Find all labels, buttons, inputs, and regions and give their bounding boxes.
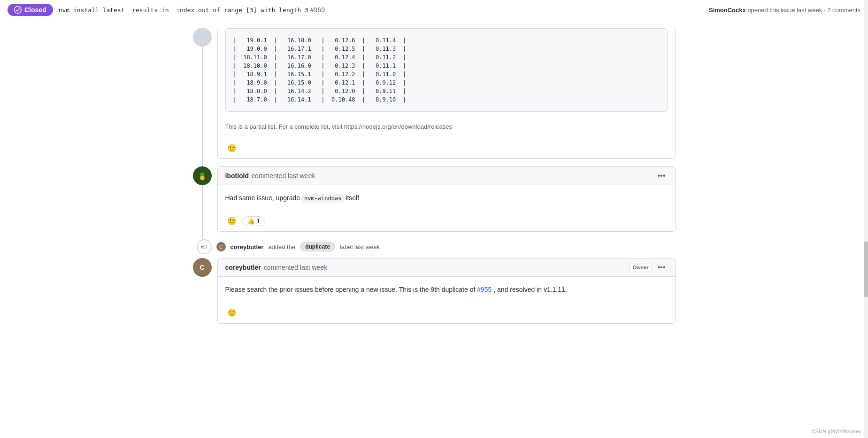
ibotlold-comment-header-left: ibotlold commented last week (225, 172, 315, 180)
page-wrapper: Closed nvm install latest results in ind… (0, 0, 868, 438)
ibotlold-comment-box: ibotlold commented last week ••• Had sam… (217, 166, 676, 232)
coreybutler-body-after-link: , and resolved in v1.1.11. (493, 286, 567, 293)
smiley-icon-2: 🙂 (227, 308, 237, 317)
label-event-icon: 🏷 (197, 239, 212, 254)
issue-title: nvm install latest results in index out … (59, 6, 703, 14)
first-comment-add-reaction-button[interactable]: 🙂 (225, 141, 238, 155)
coreybutler-avatar-text: C (200, 264, 204, 271)
partial-note: This is a partial list. For a complete l… (218, 119, 675, 138)
timeline: | 19.0.1 | 16.18.0 | 0.12.6 | 0.11.4 | |… (185, 28, 683, 324)
issue-title-code: nvm install latest results in index out … (59, 7, 308, 14)
ibotlold-thumbsup-reaction-button[interactable]: 👍 1 (242, 216, 265, 226)
issue-number: #969 (310, 6, 325, 14)
main-content: | 19.0.1 | 16.18.0 | 0.12.6 | 0.11.4 | |… (0, 20, 868, 438)
coreybutler-avatar: C (193, 258, 212, 277)
first-comment-box: | 19.0.1 | 16.18.0 | 0.12.6 | 0.11.4 | |… (217, 28, 676, 159)
ibotlold-comment-body: Had same issue, upgrade nvm-windows itse… (218, 185, 675, 211)
closed-label: Closed (24, 6, 46, 14)
closed-badge: Closed (8, 4, 53, 16)
coreybutler-body-before-link: Please search the prior issues before op… (225, 286, 476, 293)
thumbsup-emoji: 👍 (247, 218, 255, 225)
coreybutler-author-link[interactable]: coreybutler (225, 264, 261, 271)
ibotlold-reaction-bar: 🙂 👍 1 (218, 211, 675, 231)
tag-icon: 🏷 (201, 243, 207, 250)
first-comment-reaction-bar: 🙂 (218, 138, 675, 158)
thumbsup-count: 1 (257, 218, 260, 225)
label-event-action: added the (268, 243, 295, 250)
ibotlold-body-suffix: itself (346, 194, 359, 202)
ibotlold-body-text: Had same issue, upgrade (225, 194, 300, 202)
coreybutler-add-reaction-button[interactable]: 🙂 (225, 306, 238, 320)
coreybutler-comment-header-right: Owner ••• (629, 262, 667, 273)
first-comment-container: | 19.0.1 | 16.18.0 | 0.12.6 | 0.11.4 | |… (193, 28, 676, 159)
owner-badge: Owner (629, 264, 652, 271)
scrollbar-thumb[interactable] (864, 241, 868, 297)
coreybutler-more-options-button[interactable]: ••• (656, 262, 668, 273)
ibotlold-more-options-button[interactable]: ••• (656, 171, 668, 181)
ibotlold-comment-action: commented last week (252, 172, 315, 180)
ibotlold-comment-header-right: ••• (656, 171, 668, 181)
ibotlold-comment-header: ibotlold commented last week ••• (218, 167, 675, 185)
label-event-author: coreybutler (230, 243, 264, 250)
label-event-action-suffix: label last week (340, 243, 380, 250)
header-bar: Closed nvm install latest results in ind… (0, 0, 868, 20)
issue-meta-text: opened this issue last week · 2 comments (747, 7, 860, 14)
coreybutler-comment-container: C coreybutler commented last week Owner … (193, 258, 676, 323)
watermark: CSDN @W01fh4cker (812, 429, 860, 434)
coreybutler-comment-header-left: coreybutler commented last week (225, 264, 328, 271)
first-comment-avatar (193, 28, 212, 47)
code-table-content: | 19.0.1 | 16.18.0 | 0.12.6 | 0.11.4 | |… (226, 29, 667, 111)
ibotlold-avatar: 🍍 (193, 166, 212, 185)
code-block: | 19.0.1 | 16.18.0 | 0.12.6 | 0.11.4 | |… (225, 28, 668, 112)
ibotlold-code-snippet: nvm-windows (302, 194, 344, 203)
coreybutler-mini-avatar: C (216, 242, 226, 251)
coreybutler-mini-avatar-text: C (219, 244, 223, 250)
coreybutler-comment-body: Please search the prior issues before op… (218, 277, 675, 302)
check-icon (14, 6, 22, 14)
issue-author-link[interactable]: SimonCockx (709, 7, 746, 14)
timeline-label-event: 🏷 C coreybutler added the duplicate labe… (193, 239, 676, 254)
ibotlold-avatar-emoji: 🍍 (198, 172, 207, 180)
smiley-icon: 🙂 (227, 217, 237, 226)
coreybutler-comment-box: coreybutler commented last week Owner ••… (217, 258, 676, 323)
ibotlold-author-link[interactable]: ibotlold (225, 172, 249, 180)
ibotlold-comment-container: 🍍 ibotlold commented last week ••• Had s… (193, 166, 676, 232)
emoji-smiley-icon: 🙂 (227, 144, 237, 153)
duplicate-label-chip: duplicate (300, 242, 335, 251)
ibotlold-add-reaction-button[interactable]: 🙂 (225, 214, 238, 227)
issue-meta: SimonCockx opened this issue last week ·… (709, 7, 860, 14)
coreybutler-comment-header: coreybutler commented last week Owner ••… (218, 258, 675, 277)
issue-955-link[interactable]: #955 (477, 286, 493, 293)
coreybutler-comment-action: commented last week (264, 264, 327, 271)
coreybutler-reaction-bar: 🙂 (218, 303, 675, 323)
scrollbar-track (864, 0, 868, 438)
